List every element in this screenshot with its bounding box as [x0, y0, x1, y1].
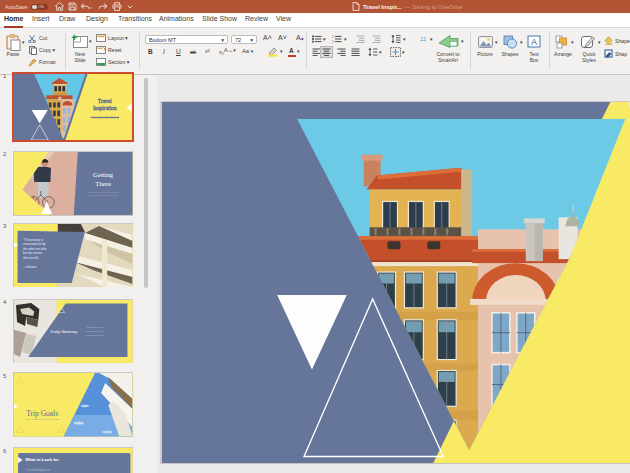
svg-text:Trip Goals: Trip Goals	[26, 409, 58, 418]
svg-text:WHAT WE'VE SET OUT TO SEE: WHAT WE'VE SET OUT TO SEE	[26, 419, 59, 421]
svg-text:Getting: Getting	[93, 171, 114, 178]
svg-text:What to Look for: What to Look for	[25, 458, 59, 463]
svg-text:Daily Itinerary: Daily Itinerary	[50, 329, 78, 334]
svg-text:that we tell...: that we tell...	[23, 256, 40, 260]
svg-text:BY HANNAH STRAWBRIDGE: BY HANNAH STRAWBRIDGE	[91, 116, 120, 118]
svg-text:• Current listing price: • Current listing price	[25, 468, 50, 472]
svg-text:1: 1	[332, 35, 334, 39]
svg-text:A: A	[531, 37, 537, 47]
svg-text:Inspiration: Inspiration	[93, 105, 117, 111]
svg-text:2: 2	[332, 40, 334, 43]
svg-text:—Unknown: —Unknown	[23, 265, 37, 269]
svg-text:but the stories: but the stories	[23, 251, 42, 255]
svg-text:Travel: Travel	[98, 98, 112, 104]
svg-text:“The journey is: “The journey is	[23, 238, 43, 242]
svg-text:the miles we take,: the miles we take,	[23, 247, 47, 251]
svg-text:• Destination three: • Destination three	[86, 334, 106, 336]
svg-text:• Destination one: • Destination one	[86, 326, 104, 328]
svg-text:• Destination two: • Destination two	[86, 330, 104, 332]
svg-text:measured not by: measured not by	[23, 242, 46, 246]
svg-text:There: There	[95, 180, 111, 187]
